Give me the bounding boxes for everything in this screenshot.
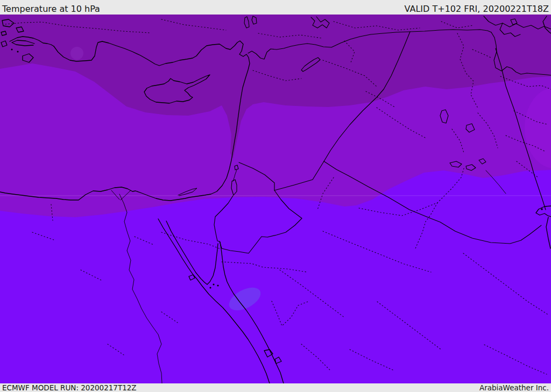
header-bar: Temperature at 10 hPa VALID T+102 FRI, 2… [0,0,551,15]
model-run-label: ECMWF MODEL RUN: 20200217T12Z [2,383,137,392]
islet [11,49,12,50]
islet [17,51,18,52]
valid-time-label: VALID T+102 FRI, 20200221T18Z [405,4,549,14]
lighter-spot [70,47,83,60]
red-sea-islet [210,287,211,288]
map-title: Temperature at 10 hPa [2,4,100,14]
red-sea-islet [217,285,218,286]
seam-line [0,195,551,196]
red-sea-islet [213,284,214,285]
footer-bar: ECMWF MODEL RUN: 20200217T12Z ArabiaWeat… [0,383,551,392]
gulf-islet [541,209,542,210]
provider-label: ArabiaWeather Inc. [479,383,549,392]
weather-map-window: { "header": { "title": "Temperature at 1… [0,0,551,392]
weather-map [0,0,551,392]
